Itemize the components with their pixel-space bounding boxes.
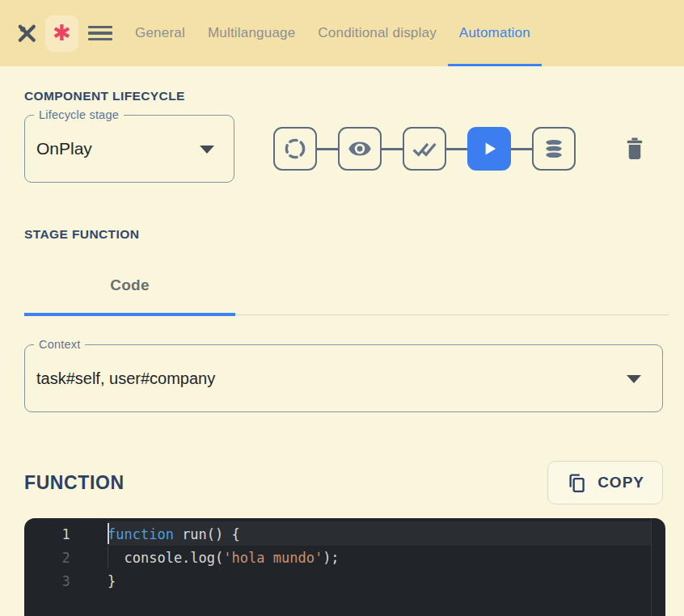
menu-icon[interactable] (88, 21, 112, 45)
menu-bar (88, 26, 112, 28)
stage-function-title: STAGE FUNCTION (24, 227, 660, 242)
function-header-row: FUNCTION COPY (24, 461, 663, 504)
asterisk-icon: ✱ (53, 23, 71, 44)
code-line-text: } (108, 573, 116, 589)
line-number: 1 (24, 526, 108, 542)
eye-icon (347, 136, 373, 162)
context-label: Context (34, 338, 85, 351)
copy-button-label: COPY (597, 474, 644, 492)
stage-connector (511, 148, 532, 150)
component-lifecycle-title: COMPONENT LIFECYCLE (24, 89, 660, 103)
lifecycle-stage-label: Lifecycle stage (34, 108, 124, 121)
lifecycle-stage-pipeline (273, 127, 576, 171)
stage-visible-button[interactable] (338, 127, 382, 171)
construction-tools-icon[interactable] (15, 21, 39, 45)
tab-conditional-display[interactable]: Conditional display (306, 0, 448, 66)
trash-icon (623, 135, 647, 162)
context-select[interactable]: Context task#self, user#company (24, 344, 663, 412)
stage-init-button[interactable] (273, 127, 317, 171)
context-value: task#self, user#company (36, 369, 215, 388)
copy-icon (566, 472, 588, 494)
code-line-text: function run() { (108, 526, 240, 542)
play-icon (477, 137, 501, 161)
stage-data-button[interactable] (532, 127, 576, 171)
tab-multilanguage[interactable]: Multilanguage (196, 0, 306, 66)
top-toolbar: ✱ General Multilanguage Conditional disp… (0, 0, 684, 66)
stage-connector (446, 148, 467, 150)
code-line[interactable]: 3} (24, 569, 665, 593)
menu-bar (88, 38, 112, 40)
stage-validated-button[interactable] (403, 127, 446, 171)
lifecycle-stage-select[interactable]: Lifecycle stage OnPlay (24, 115, 234, 183)
function-tabbar: Code (24, 256, 669, 315)
code-line[interactable]: 2 console.log('hola mundo'); (24, 546, 665, 569)
stage-connector (382, 148, 403, 150)
stage-play-button[interactable] (467, 127, 511, 171)
code-editor[interactable]: 1function run() {2 console.log('hola mun… (24, 518, 665, 616)
code-line[interactable]: 1function run() { (24, 522, 665, 546)
code-line-text: console.log('hola mundo'); (108, 550, 340, 566)
lifecycle-stage-value: OnPlay (36, 139, 92, 158)
settings-tabbar: General Multilanguage Conditional displa… (124, 0, 542, 66)
delete-stage-button[interactable] (623, 135, 647, 162)
tab-general[interactable]: General (124, 0, 196, 66)
tab-code[interactable]: Code (24, 256, 235, 314)
copy-button[interactable]: COPY (547, 461, 663, 504)
dashed-circle-icon (283, 137, 307, 161)
stage-connector (317, 148, 338, 150)
chevron-down-icon (627, 375, 641, 383)
line-number: 2 (24, 550, 108, 566)
function-title: FUNCTION (24, 472, 125, 494)
chevron-down-icon (200, 146, 214, 154)
code-editor-lines: 1function run() {2 console.log('hola mun… (24, 518, 665, 593)
lifecycle-row: Lifecycle stage OnPlay (24, 115, 660, 183)
database-icon (541, 136, 567, 162)
menu-bar (88, 32, 112, 34)
required-asterisk-button[interactable]: ✱ (45, 15, 78, 52)
tab-automation[interactable]: Automation (448, 0, 542, 66)
double-check-icon (412, 136, 437, 162)
line-number: 3 (24, 573, 108, 589)
